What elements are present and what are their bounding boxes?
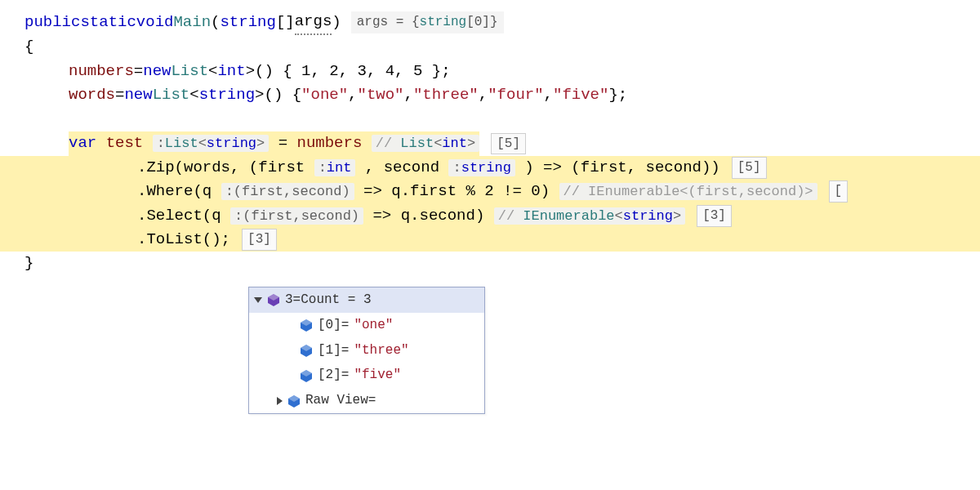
keyword-static: static (80, 11, 136, 34)
brace-close-line: } (24, 252, 980, 275)
datatip-header-row[interactable]: 3=Count = 3 (249, 287, 484, 313)
count-badge[interactable]: [5] (732, 157, 767, 179)
type-hint-select-result[interactable]: // IEnumerable<string> (494, 207, 685, 225)
keyword-public: public (24, 11, 80, 34)
debug-args-suffix: } (490, 15, 498, 29)
type-string: string (199, 83, 255, 107)
brace-open: { (24, 35, 33, 59)
field-icon (287, 394, 301, 408)
param-name: args (295, 10, 332, 35)
code-line-var-test: var test :List<string> = numbers // List… (24, 131, 980, 155)
str-two: "two" (358, 83, 404, 107)
datatip-raw-label: Raw View= (305, 390, 376, 411)
str-five: "five" (553, 83, 608, 107)
var-words: words (69, 83, 115, 107)
var-numbers-ref: numbers (297, 134, 363, 152)
zip-text-2: , second (365, 158, 439, 176)
count-badge-partial[interactable]: [ (829, 180, 849, 203)
keyword-new: new (124, 83, 152, 107)
code-line-where: .Where(q :(first,second) => q.first % 2 … (0, 180, 980, 203)
field-icon (300, 369, 313, 382)
where-text-2: => q.first % 2 != 0) (363, 182, 550, 200)
type-int: int (217, 60, 245, 83)
select-text-2: => q.second) (372, 207, 484, 225)
where-text-1: .Where(q (137, 182, 212, 200)
type-hint-second[interactable]: :string (448, 159, 514, 176)
debug-args-prefix: = { (396, 15, 420, 29)
type-hint-q-select[interactable]: :(first,second) (230, 207, 363, 225)
expand-icon[interactable] (277, 397, 283, 405)
datatip-key: [2]= (318, 365, 349, 385)
datatip-value: "one" (354, 315, 393, 336)
brace-close: } (24, 252, 33, 275)
type-hint-numbers[interactable]: // List<int> (372, 135, 479, 152)
str-three: "three" (413, 83, 479, 107)
expand-icon[interactable] (254, 297, 262, 303)
datatip-item-2[interactable]: [2]="five" (249, 363, 484, 388)
code-line-numbers: numbers = new List<int>() { 1, 2, 3, 4, … (24, 60, 980, 83)
count-badge[interactable]: [3] (697, 205, 732, 227)
count-badge[interactable]: [5] (491, 133, 526, 155)
datatip-key: [1]= (318, 341, 349, 361)
list-init-numbers: () { 1, 2, 3, 4, 5 }; (255, 60, 450, 83)
debugger-datatip[interactable]: 3=Count = 3 [0]="one" [1]="three" [2]="f… (248, 287, 485, 414)
keyword-var: var (69, 134, 96, 152)
type-hint-test[interactable]: :List<string> (153, 135, 270, 152)
debug-args-type: string (420, 15, 467, 29)
type-hint-q-where[interactable]: :(first,second) (221, 183, 354, 200)
var-numbers: numbers (69, 60, 134, 83)
str-one: "one" (301, 83, 348, 107)
debug-inline-args[interactable]: args = {string[0]} (351, 11, 504, 33)
class-icon (267, 293, 280, 306)
blank-line (24, 108, 980, 131)
zip-text-3: ) => (first, second)) (524, 158, 719, 176)
type-hint-where-result[interactable]: // IEnumerable<(first,second)> (559, 183, 817, 200)
field-icon (300, 344, 313, 357)
debug-args-label: args (357, 15, 388, 29)
code-line-words: words = new List<string>() { "one", "two… (24, 83, 980, 107)
datatip-value: "five" (354, 365, 401, 385)
code-line-tolist: .ToList(); [3] (0, 228, 980, 252)
datatip-value: "three" (354, 341, 408, 361)
var-test: test (106, 134, 144, 152)
code-line-signature: public static void Main(string[] args) a… (24, 10, 980, 35)
tolist-text: .ToList(); (137, 230, 230, 248)
keyword-void: void (136, 11, 174, 34)
method-name: Main (173, 11, 211, 34)
param-type-keyword: string (220, 11, 275, 34)
type-hint-first[interactable]: :int (314, 159, 356, 176)
keyword-new: new (143, 60, 171, 83)
type-list: List (153, 83, 190, 107)
code-line-select: .Select(q :(first,second) => q.second) /… (0, 204, 980, 228)
datatip-key: [0]= (318, 315, 349, 336)
datatip-header-text: 3=Count = 3 (285, 290, 372, 310)
count-badge[interactable]: [3] (242, 229, 277, 251)
datatip-raw-view[interactable]: Raw View= (249, 388, 484, 413)
datatip-item-0[interactable]: [0]="one" (249, 313, 484, 338)
type-list: List (171, 60, 208, 83)
code-line-zip: .Zip(words, (first :int , second :string… (0, 156, 980, 180)
field-icon (300, 318, 313, 332)
select-text-1: .Select(q (137, 207, 221, 225)
str-four: "four" (488, 83, 543, 107)
brace-open-line: { (24, 35, 980, 59)
zip-text-1: .Zip(words, (first (137, 158, 305, 176)
debug-args-index: [0] (466, 15, 490, 29)
datatip-item-1[interactable]: [1]="three" (249, 338, 484, 363)
